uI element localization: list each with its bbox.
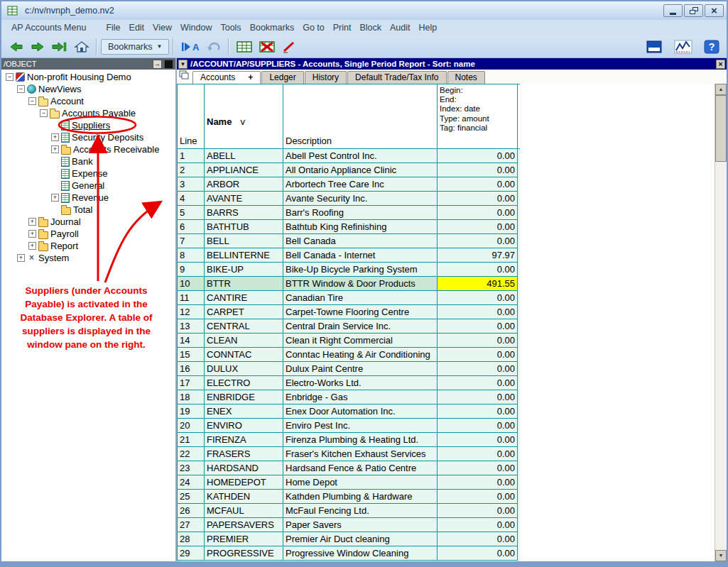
back-icon[interactable] <box>6 39 27 55</box>
tree-node-accounts-payable[interactable]: −Accounts Payable <box>1 107 175 119</box>
cell-name[interactable]: FIRENZA <box>205 433 283 447</box>
cell-name[interactable]: AVANTE <box>205 192 283 206</box>
menu-go-to[interactable]: Go to <box>298 21 329 34</box>
cell-amount[interactable]: 0.00 <box>438 192 518 206</box>
table-row-11[interactable]: 11CANTIRECanadian Tire0.00 <box>178 291 520 305</box>
cell-name[interactable]: PAPERSAVERS <box>205 518 283 532</box>
forward-end-icon[interactable] <box>48 39 71 55</box>
menu-ap-accounts-menu[interactable]: AP Accounts Menu <box>7 21 90 34</box>
cell-amount[interactable]: 491.55 <box>438 277 518 291</box>
table-row-24[interactable]: 24HOMEDEPOTHome Depot0.00 <box>178 475 520 490</box>
minimize-button[interactable] <box>663 4 683 17</box>
tree-node-expense[interactable]: Expense <box>1 167 175 180</box>
cell-description[interactable]: Conntac Heating & Air Conditioning <box>283 348 438 362</box>
table-row-23[interactable]: 23HARDSANDHardsand Fence & Patio Centre0… <box>178 461 520 475</box>
menu-view[interactable]: View <box>148 21 176 34</box>
pane-close-button[interactable]: × <box>716 60 725 69</box>
table-row-6[interactable]: 6BATHTUBBathtub King Refinishing0.00 <box>178 220 520 234</box>
home-icon[interactable] <box>71 39 92 55</box>
menu-help[interactable]: Help <box>415 21 442 34</box>
cell-line[interactable]: 25 <box>178 490 205 504</box>
cell-name[interactable]: ENEX <box>205 404 283 419</box>
table-row-21[interactable]: 21FIRENZAFirenza Plumbing & Heating Ltd.… <box>178 433 520 447</box>
cell-name[interactable]: BARRS <box>205 206 283 220</box>
close-button[interactable]: × <box>705 4 724 17</box>
tab-default-trade-tax-info[interactable]: Default Trade/Tax Info <box>347 71 446 84</box>
cell-description[interactable]: Bell Canada <box>283 234 438 248</box>
cell-name[interactable]: PREMIER <box>205 532 283 546</box>
restore-button[interactable] <box>684 4 703 17</box>
cell-line[interactable]: 7 <box>178 234 205 248</box>
cell-line[interactable]: 24 <box>178 475 205 490</box>
tree-node-suppliers[interactable]: Suppliers <box>1 119 175 131</box>
cell-name[interactable]: BTTR <box>205 277 283 291</box>
cell-line[interactable]: 16 <box>178 362 205 376</box>
cell-amount[interactable]: 0.00 <box>438 419 518 433</box>
cell-line[interactable]: 26 <box>178 504 205 518</box>
cell-description[interactable]: Electro-Works Ltd. <box>283 376 438 390</box>
menu-edit[interactable]: Edit <box>125 21 149 34</box>
tree-node-report[interactable]: +Report <box>1 240 175 252</box>
window-icon[interactable] <box>643 38 665 55</box>
tree-node-bank[interactable]: Bank <box>1 155 175 167</box>
expand-icon[interactable]: + <box>17 254 25 262</box>
table-row-14[interactable]: 14CLEANClean it Right Commercial0.00 <box>178 334 520 348</box>
cell-name[interactable]: APPLIANCE <box>205 163 283 177</box>
cell-name[interactable]: DULUX <box>205 362 283 376</box>
tree-node-system[interactable]: +×System <box>1 252 175 264</box>
tree-node-general[interactable]: General <box>1 180 175 192</box>
menu-file[interactable]: File <box>102 21 124 34</box>
cell-description[interactable]: Enex Door Automation Inc. <box>283 404 438 419</box>
tree-node-payroll[interactable]: +Payroll <box>1 228 175 240</box>
cell-line[interactable]: 13 <box>178 319 205 334</box>
table-row-7[interactable]: 7BELLBell Canada0.00 <box>178 234 520 248</box>
tree-node-non-profit-housing-demo[interactable]: −Non-profit Housing Demo <box>1 71 175 83</box>
cell-line[interactable]: 5 <box>178 206 205 220</box>
cell-line[interactable]: 17 <box>178 376 205 390</box>
expand-icon[interactable]: + <box>28 230 36 238</box>
cell-name[interactable]: ARBOR <box>205 177 283 192</box>
column-header-description[interactable]: Description <box>283 84 438 148</box>
tab-notes[interactable]: Notes <box>447 71 485 84</box>
table-row-4[interactable]: 4AVANTEAvante Security Inc.0.00 <box>178 192 520 206</box>
cell-description[interactable]: Clean it Right Commercial <box>283 334 438 348</box>
tree-node-journal[interactable]: +Journal <box>1 216 175 228</box>
cell-line[interactable]: 15 <box>178 348 205 362</box>
collapse-icon[interactable]: − <box>28 97 36 105</box>
cell-description[interactable]: Bell Canada - Internet <box>283 248 438 263</box>
cell-line[interactable]: 28 <box>178 532 205 546</box>
table-row-10[interactable]: 10BTTRBTTR Window & Door Products491.55 <box>178 277 520 291</box>
cell-name[interactable]: MCFAUL <box>205 504 283 518</box>
collapse-icon[interactable]: − <box>40 109 48 117</box>
cell-description[interactable]: Home Depot <box>283 475 438 490</box>
table-row-22[interactable]: 22FRASERSFraser's Kitchen Exhaust Servic… <box>178 447 520 461</box>
explorer-expand-button[interactable]: → <box>153 60 162 69</box>
cell-line[interactable]: 18 <box>178 390 205 404</box>
cell-amount[interactable]: 0.00 <box>438 447 518 461</box>
table-row-3[interactable]: 3ARBORArbortech Tree Care Inc0.00 <box>178 177 520 192</box>
tree-node-total[interactable]: Total <box>1 204 175 216</box>
collapse-icon[interactable]: − <box>17 85 25 93</box>
chart-icon[interactable] <box>671 38 695 55</box>
cell-name[interactable]: BATHTUB <box>205 220 283 234</box>
cell-amount[interactable]: 0.00 <box>438 291 518 305</box>
expand-icon[interactable]: + <box>51 145 59 153</box>
close-table-icon[interactable] <box>256 38 278 55</box>
cell-line[interactable]: 23 <box>178 461 205 475</box>
cell-name[interactable]: CONNTAC <box>205 348 283 362</box>
tree-node-revenue[interactable]: +Revenue <box>1 192 175 204</box>
cell-description[interactable]: All Ontario Appliance Clinic <box>283 163 438 177</box>
help-icon[interactable]: ? <box>701 38 722 55</box>
cell-line[interactable]: 12 <box>178 305 205 319</box>
menu-bookmarks[interactable]: Bookmarks <box>246 21 299 34</box>
menu-window[interactable]: Window <box>176 21 216 34</box>
cell-line[interactable]: 11 <box>178 291 205 305</box>
cell-description[interactable]: Abell Pest Control Inc. <box>283 149 438 163</box>
cell-amount[interactable]: 0.00 <box>438 348 518 362</box>
cell-name[interactable]: CLEAN <box>205 334 283 348</box>
expand-icon[interactable]: + <box>28 218 36 226</box>
cell-amount[interactable]: 0.00 <box>438 362 518 376</box>
tree-node-account[interactable]: −Account <box>1 95 175 107</box>
cell-description[interactable]: Avante Security Inc. <box>283 192 438 206</box>
tree-node-security-deposits[interactable]: +Security Deposits <box>1 131 175 143</box>
